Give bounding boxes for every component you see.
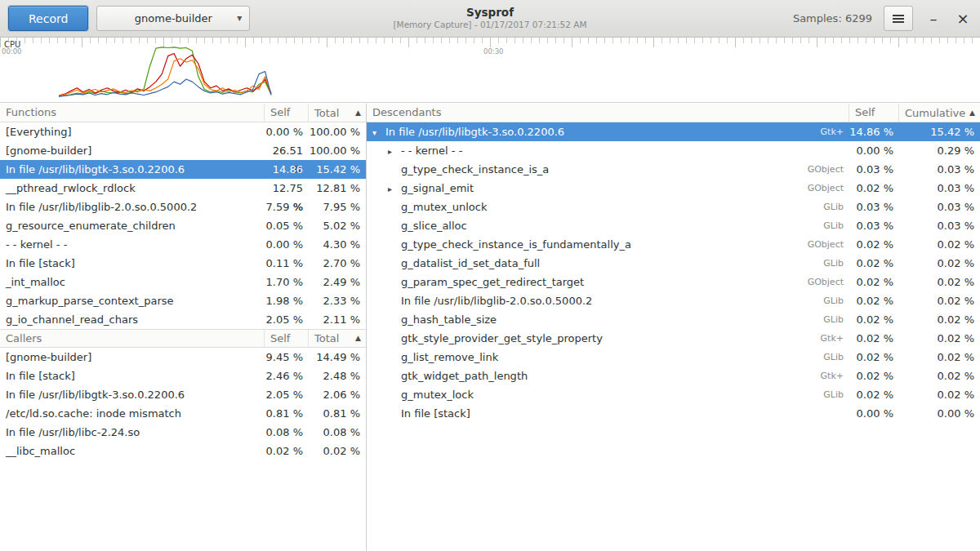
tree-row[interactable]: ▸g_signal_emit GObject 0.02 % 0.03 % <box>367 179 980 198</box>
descendant-label: - - kernel - - <box>401 144 462 157</box>
tree-row[interactable]: ▾In file /usr/lib/libgtk-3.so.0.2200.6 G… <box>367 122 980 141</box>
cell-descendant-name: ▸- - kernel - - <box>367 141 797 160</box>
callers-total-label: Total <box>314 330 339 347</box>
tree-row[interactable]: In file [stack] 0.00 % 0.00 % <box>367 404 980 423</box>
descendants-self-column-header[interactable]: Self <box>849 104 899 122</box>
callers-total-column-header[interactable]: Total ▲ <box>309 330 366 347</box>
callers-column-header[interactable]: Callers <box>0 330 265 347</box>
callers-self-column-header[interactable]: Self <box>265 330 309 347</box>
table-row[interactable]: _int_malloc 1.70 % 2.49 % <box>0 273 366 291</box>
table-row[interactable]: g_resource_enumerate_children 0.05 % 5.0… <box>0 216 366 235</box>
tree-row[interactable]: In file /usr/lib/libglib-2.0.so.0.5000.2… <box>367 291 980 310</box>
cell-function-name: In file [stack] <box>0 254 265 273</box>
cell-library-category: GLib <box>797 291 849 310</box>
cell-total-percent: 7.95 % <box>309 198 366 216</box>
table-row[interactable]: In file /usr/lib/libc-2.24.so 0.08 % 0.0… <box>0 423 366 442</box>
hamburger-icon <box>893 18 904 20</box>
process-selector-dropdown[interactable]: gnome-builder ▾ <box>96 6 250 31</box>
cell-cumulative-percent: 0.02 % <box>899 291 980 310</box>
cell-self-percent: 0.02 % <box>849 291 899 310</box>
functions-total-column-header[interactable]: Total ▲ <box>309 104 366 122</box>
tree-row[interactable]: g_type_check_instance_is_fundamentally_a… <box>367 235 980 254</box>
tree-row[interactable]: g_param_spec_get_redirect_target GObject… <box>367 273 980 291</box>
cell-self-percent: 14.86 % <box>265 160 309 179</box>
tree-row[interactable]: gtk_style_provider_get_style_property Gt… <box>367 329 980 348</box>
timeline-tick-start: 00:00 <box>2 47 22 56</box>
headerbar-right: Samples: 6299 – × <box>793 6 972 31</box>
functions-column-header[interactable]: Functions <box>0 104 265 122</box>
cell-descendant-name: In file /usr/lib/libglib-2.0.so.0.5000.2 <box>367 291 797 310</box>
record-button[interactable]: Record <box>8 6 88 31</box>
table-row[interactable]: In file [stack] 2.46 % 2.48 % <box>0 367 366 385</box>
cell-cumulative-percent: 0.02 % <box>899 367 980 385</box>
cell-total-percent: 4.30 % <box>309 235 366 254</box>
cell-cumulative-percent: 0.03 % <box>899 179 980 198</box>
cell-self-percent: 0.00 % <box>849 141 899 160</box>
tree-row[interactable]: g_mutex_lock GLib 0.02 % 0.02 % <box>367 385 980 404</box>
table-row[interactable]: g_markup_parse_context_parse 1.98 % 2.33… <box>0 291 366 310</box>
tree-row[interactable]: gtk_widget_path_length Gtk+ 0.02 % 0.02 … <box>367 367 980 385</box>
cell-total-percent: 0.08 % <box>309 423 366 442</box>
cell-descendant-name: g_list_remove_link <box>367 348 797 367</box>
tree-row[interactable]: g_list_remove_link GLib 0.02 % 0.02 % <box>367 348 980 367</box>
cell-library-category: GObject <box>797 235 849 254</box>
menu-button[interactable] <box>884 6 913 31</box>
cell-self-percent: 1.70 % <box>265 273 309 291</box>
cell-library-category: GLib <box>797 198 849 216</box>
cell-descendant-name: ▸g_signal_emit <box>367 179 797 198</box>
cell-function-name: g_io_channel_read_chars <box>0 310 265 329</box>
callers-table-header: Callers Self Total ▲ <box>0 329 366 348</box>
table-row[interactable]: /etc/ld.so.cache: inode mismatch 0.81 % … <box>0 404 366 423</box>
cell-function-name: - - kernel - - <box>0 235 265 254</box>
descendants-cumulative-column-header[interactable]: Cumulative ▲ <box>899 104 980 122</box>
cell-self-percent: 12.75 % <box>265 179 309 198</box>
tree-row[interactable]: g_datalist_id_set_data_full GLib 0.02 % … <box>367 254 980 273</box>
functions-table: [Everything] 0.00 % 100.00 % [gnome-buil… <box>0 122 366 329</box>
tree-row[interactable]: ▸- - kernel - - 0.00 % 0.29 % <box>367 141 980 160</box>
expander-icon[interactable]: ▸ <box>388 142 401 160</box>
cell-descendant-name: g_mutex_lock <box>367 385 797 404</box>
cell-descendant-name: gtk_style_provider_get_style_property <box>367 329 797 348</box>
expander-icon[interactable]: ▸ <box>388 180 401 198</box>
descendant-label: g_hash_table_size <box>401 313 497 326</box>
cell-self-percent: 0.03 % <box>849 160 899 179</box>
tree-row[interactable]: g_slice_alloc GLib 0.03 % 0.03 % <box>367 216 980 235</box>
cell-total-percent: 100.00 % <box>309 122 366 141</box>
cell-library-category: Gtk+ <box>797 122 849 141</box>
table-row[interactable]: __pthread_rwlock_rdlock 12.75 % 12.81 % <box>0 179 366 198</box>
main-content: Functions Self Total ▲ [Everything] 0.00… <box>0 104 980 551</box>
cell-self-percent: 26.51 % <box>265 141 309 160</box>
cpu-graph[interactable]: CPU 00:00 00:30 <box>0 38 980 103</box>
cell-library-category <box>797 404 849 423</box>
table-row[interactable]: __libc_malloc 0.02 % 0.02 % <box>0 442 366 460</box>
descendant-label: In file /usr/lib/libgtk-3.so.0.2200.6 <box>385 126 564 138</box>
cell-total-percent: 12.81 % <box>309 179 366 198</box>
table-row[interactable]: [gnome-builder] 26.51 % 100.00 % <box>0 141 366 160</box>
expander-icon[interactable]: ▾ <box>372 123 385 141</box>
cell-self-percent: 0.03 % <box>849 198 899 216</box>
table-row[interactable]: [Everything] 0.00 % 100.00 % <box>0 122 366 141</box>
cell-function-name: In file /usr/lib/libglib-2.0.so.0.5000.2 <box>0 198 265 216</box>
table-row[interactable]: In file /usr/lib/libglib-2.0.so.0.5000.2… <box>0 198 366 216</box>
table-row[interactable]: In file [stack] 0.11 % 2.70 % <box>0 254 366 273</box>
window-title-area: Sysprof [Memory Capture] - 01/17/2017 07… <box>393 6 586 30</box>
close-button[interactable]: × <box>954 7 972 31</box>
tree-row[interactable]: g_type_check_instance_is_a GObject 0.03 … <box>367 160 980 179</box>
cell-cumulative-percent: 0.02 % <box>899 254 980 273</box>
tree-row[interactable]: g_mutex_unlock GLib 0.03 % 0.03 % <box>367 198 980 216</box>
table-row[interactable]: g_io_channel_read_chars 2.05 % 2.11 % <box>0 310 366 329</box>
table-row[interactable]: In file /usr/lib/libgtk-3.so.0.2200.6 14… <box>0 160 366 179</box>
functions-self-column-header[interactable]: Self <box>265 104 309 122</box>
table-row[interactable]: [gnome-builder] 9.45 % 14.49 % <box>0 348 366 367</box>
cell-descendant-name: g_datalist_id_set_data_full <box>367 254 797 273</box>
cell-function-name: __libc_malloc <box>0 442 265 460</box>
cell-self-percent: 9.45 % <box>265 348 309 367</box>
cell-function-name: In file /usr/lib/libgtk-3.so.0.2200.6 <box>0 385 265 404</box>
table-row[interactable]: - - kernel - - 0.00 % 4.30 % <box>0 235 366 254</box>
cell-function-name: g_markup_parse_context_parse <box>0 291 265 310</box>
descendants-column-header[interactable]: Descendants <box>367 104 849 122</box>
cell-descendant-name: g_param_spec_get_redirect_target <box>367 273 797 291</box>
minimize-button[interactable]: – <box>924 7 942 31</box>
tree-row[interactable]: g_hash_table_size GLib 0.02 % 0.02 % <box>367 310 980 329</box>
table-row[interactable]: In file /usr/lib/libgtk-3.so.0.2200.6 2.… <box>0 385 366 404</box>
